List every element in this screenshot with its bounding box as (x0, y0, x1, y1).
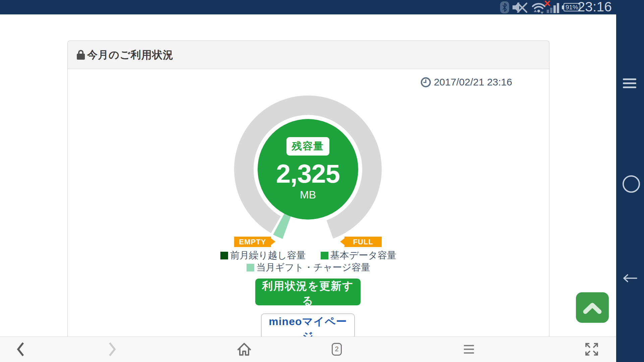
wifi-transfer-icon (531, 1, 546, 16)
usage-card-header: 今月のご利用状況 (68, 41, 549, 69)
legend-swatch-gift (247, 264, 254, 272)
legend-label: 当月ギフト・チャージ容量 (256, 261, 370, 274)
back-icon[interactable] (17, 342, 25, 358)
screen: 91% 23:16 今月のご利用状況 2017/02/21 23:16 (0, 0, 644, 362)
android-status-bar: 91% 23:16 (0, 0, 644, 14)
remaining-badge: 残容量 (231, 137, 385, 156)
menu-icon[interactable] (464, 345, 474, 356)
gauge-full-label: FULL (344, 237, 382, 247)
no-service-x-icon (545, 1, 550, 7)
usage-card-title: 今月のご利用状況 (87, 48, 173, 62)
chevron-up-icon (582, 301, 603, 315)
remaining-value: 2,325 (231, 159, 385, 189)
tab-count: 2 (335, 345, 338, 353)
legend-swatch-basic (321, 252, 328, 259)
rail-circle-icon[interactable] (623, 175, 640, 193)
mineo-mypage-button[interactable]: mineoマイページ (261, 313, 355, 339)
updated-timestamp: 2017/02/21 23:16 (421, 76, 512, 88)
lock-icon (77, 50, 85, 60)
legend-item: 当月ギフト・チャージ容量 (247, 261, 370, 274)
browser-bottom-bar: 2 (0, 337, 616, 362)
legend-item: 基本データ容量 (321, 249, 396, 262)
fullscreen-icon[interactable] (585, 343, 598, 357)
home-icon[interactable] (237, 342, 251, 358)
forward-icon[interactable] (108, 342, 116, 358)
gauge-legend-row-2: 当月ギフト・チャージ容量 (67, 261, 549, 274)
rail-back-arrow-icon[interactable] (622, 274, 637, 284)
data-usage-gauge: 残容量 2,325 MB (231, 92, 385, 246)
browser-viewport: 今月のご利用状況 2017/02/21 23:16 残容量 2,325 MB E… (0, 14, 616, 337)
gauge-empty-label: EMPTY (234, 237, 271, 247)
status-time: 23:16 (577, 0, 612, 14)
tabs-icon[interactable]: 2 (332, 343, 342, 356)
rail-menu-icon[interactable] (623, 78, 636, 90)
remaining-unit: MB (231, 189, 385, 201)
legend-label: 前月繰り越し容量 (230, 249, 306, 262)
volume-muted-icon (513, 1, 527, 15)
updated-timestamp-text: 2017/02/21 23:16 (434, 76, 512, 88)
bluetooth-icon (500, 1, 509, 15)
scroll-to-top-button[interactable] (576, 292, 609, 323)
clock-icon (421, 77, 431, 87)
update-usage-button[interactable]: 利用状況を更新する (255, 279, 361, 305)
legend-swatch-carryover (220, 252, 228, 259)
legend-label: 基本データ容量 (330, 249, 396, 262)
legend-item: 前月繰り越し容量 (220, 249, 306, 262)
gauge-legend-row-1: 前月繰り越し容量 基本データ容量 (67, 249, 549, 262)
